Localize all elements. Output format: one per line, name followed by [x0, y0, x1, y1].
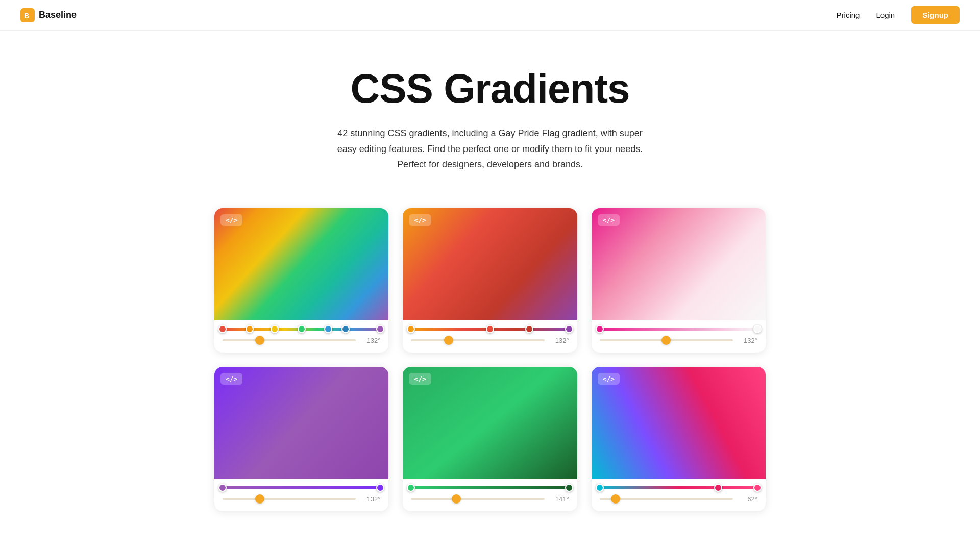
- gradient-grid: </>132°</>132°</>132°</>132°</>141°</>62…: [194, 198, 786, 542]
- angle-row: 132°: [600, 337, 757, 344]
- color-stop-dot[interactable]: [271, 325, 279, 333]
- color-stop-dot[interactable]: [298, 325, 306, 333]
- angle-track[interactable]: [411, 498, 544, 500]
- angle-thumb[interactable]: [662, 336, 671, 345]
- color-stop-dot[interactable]: [486, 325, 494, 333]
- page-title: CSS Gradients: [10, 66, 970, 111]
- color-stop-dot[interactable]: [376, 484, 384, 492]
- logo-icon: B: [20, 8, 35, 22]
- color-stop-dot[interactable]: [565, 325, 573, 333]
- card-controls: 132°: [214, 479, 388, 511]
- gradient-card: </>62°: [592, 367, 766, 511]
- color-stop-dot[interactable]: [324, 325, 332, 333]
- hero-subtitle: 42 stunning CSS gradients, including a G…: [337, 125, 643, 172]
- angle-thumb[interactable]: [255, 494, 264, 504]
- color-stop-dot[interactable]: [376, 325, 384, 333]
- logo-link[interactable]: B Baseline: [20, 8, 77, 22]
- angle-row: 141°: [411, 495, 569, 503]
- card-controls: 62°: [592, 479, 766, 511]
- code-tag-button[interactable]: </>: [409, 214, 431, 226]
- color-stop-dot[interactable]: [596, 484, 604, 492]
- angle-track[interactable]: [223, 498, 356, 500]
- color-stop-dot[interactable]: [525, 325, 533, 333]
- pricing-link[interactable]: Pricing: [837, 11, 860, 19]
- color-stops-track: [411, 328, 569, 331]
- angle-thumb[interactable]: [452, 494, 461, 504]
- gradient-preview: </>: [592, 208, 766, 320]
- angle-label: 62°: [739, 495, 757, 503]
- color-stop-dot[interactable]: [714, 484, 722, 492]
- angle-track[interactable]: [411, 339, 544, 341]
- angle-row: 132°: [223, 337, 380, 344]
- logo-text: Baseline: [39, 10, 77, 20]
- code-tag-button[interactable]: </>: [220, 373, 242, 385]
- gradient-preview: </>: [403, 208, 577, 320]
- gradient-preview: </>: [214, 208, 388, 320]
- color-stop-dot[interactable]: [218, 325, 227, 333]
- gradient-preview: </>: [403, 367, 577, 479]
- card-controls: 132°: [214, 320, 388, 353]
- angle-label: 132°: [551, 337, 569, 344]
- card-controls: 132°: [403, 320, 577, 353]
- gradient-preview: </>: [592, 367, 766, 479]
- color-stops-track: [223, 328, 380, 331]
- code-tag-button[interactable]: </>: [598, 214, 620, 226]
- color-stop-dot[interactable]: [753, 484, 762, 492]
- color-stops-track: [600, 486, 757, 489]
- code-tag-button[interactable]: </>: [220, 214, 242, 226]
- angle-track[interactable]: [223, 339, 356, 341]
- angle-label: 141°: [551, 495, 569, 503]
- code-tag-button[interactable]: </>: [409, 373, 431, 385]
- angle-label: 132°: [362, 337, 380, 344]
- nav-links: Pricing Login Signup: [837, 6, 960, 24]
- angle-thumb[interactable]: [444, 336, 453, 345]
- color-stop-dot[interactable]: [246, 325, 254, 333]
- gradient-card: </>141°: [403, 367, 577, 511]
- color-stop-dot[interactable]: [596, 325, 604, 333]
- color-stops-track: [411, 486, 569, 489]
- angle-thumb[interactable]: [611, 494, 620, 504]
- signup-button[interactable]: Signup: [911, 6, 960, 24]
- color-stop-dot[interactable]: [407, 325, 415, 333]
- angle-label: 132°: [739, 337, 757, 344]
- color-stops: [223, 328, 380, 331]
- login-link[interactable]: Login: [876, 11, 895, 19]
- color-stops: [411, 486, 569, 489]
- color-stop-dot[interactable]: [218, 484, 227, 492]
- svg-text:B: B: [24, 12, 29, 20]
- card-controls: 141°: [403, 479, 577, 511]
- angle-label: 132°: [362, 495, 380, 503]
- card-controls: 132°: [592, 320, 766, 353]
- gradient-card: </>132°: [592, 208, 766, 353]
- color-stops: [600, 486, 757, 489]
- angle-track[interactable]: [600, 339, 733, 341]
- color-stops: [411, 328, 569, 331]
- color-stops-track: [223, 486, 380, 489]
- angle-thumb[interactable]: [255, 336, 264, 345]
- navbar: B Baseline Pricing Login Signup: [0, 0, 980, 31]
- color-stop-dot[interactable]: [565, 484, 573, 492]
- angle-row: 132°: [411, 337, 569, 344]
- color-stops: [223, 486, 380, 489]
- code-tag-button[interactable]: </>: [598, 373, 620, 385]
- gradient-card: </>132°: [214, 367, 388, 511]
- gradient-card: </>132°: [403, 208, 577, 353]
- angle-track[interactable]: [600, 498, 733, 500]
- angle-row: 62°: [600, 495, 757, 503]
- color-stop-dot[interactable]: [341, 325, 350, 333]
- color-stops-track: [600, 328, 757, 331]
- color-stop-dot[interactable]: [407, 484, 415, 492]
- color-stop-dot[interactable]: [753, 325, 762, 333]
- color-stops: [600, 328, 757, 331]
- gradient-preview: </>: [214, 367, 388, 479]
- angle-row: 132°: [223, 495, 380, 503]
- gradient-card: </>132°: [214, 208, 388, 353]
- hero-section: CSS Gradients 42 stunning CSS gradients,…: [0, 31, 980, 198]
